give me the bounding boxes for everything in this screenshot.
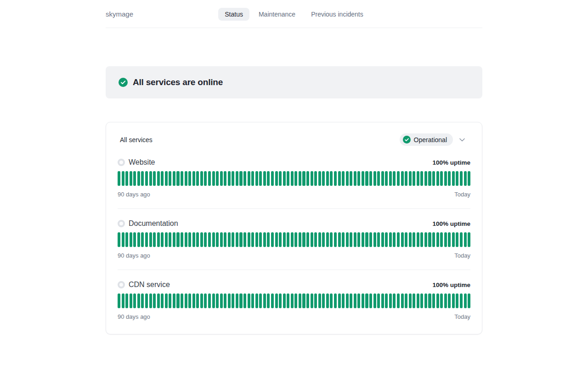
uptime-day-bar[interactable] xyxy=(468,171,470,186)
uptime-day-bar[interactable] xyxy=(302,232,305,247)
uptime-day-bar[interactable] xyxy=(362,232,364,247)
uptime-day-bar[interactable] xyxy=(413,232,415,247)
uptime-day-bar[interactable] xyxy=(330,293,333,308)
uptime-day-bar[interactable] xyxy=(306,232,309,247)
uptime-day-bar[interactable] xyxy=(130,171,132,186)
uptime-day-bar[interactable] xyxy=(389,232,392,247)
uptime-day-bar[interactable] xyxy=(428,293,431,308)
uptime-day-bar[interactable] xyxy=(137,293,140,308)
uptime-day-bar[interactable] xyxy=(133,293,136,308)
uptime-day-bar[interactable] xyxy=(444,293,447,308)
uptime-day-bar[interactable] xyxy=(460,293,463,308)
uptime-day-bar[interactable] xyxy=(330,171,333,186)
uptime-day-bar[interactable] xyxy=(228,293,231,308)
uptime-day-bar[interactable] xyxy=(220,293,223,308)
uptime-day-bar[interactable] xyxy=(149,171,152,186)
uptime-day-bar[interactable] xyxy=(130,232,132,247)
uptime-day-bar[interactable] xyxy=(141,232,144,247)
uptime-day-bar[interactable] xyxy=(354,171,356,186)
uptime-day-bar[interactable] xyxy=(236,293,238,308)
uptime-day-bar[interactable] xyxy=(200,293,203,308)
uptime-day-bar[interactable] xyxy=(420,293,423,308)
uptime-day-bar[interactable] xyxy=(141,293,144,308)
uptime-day-bar[interactable] xyxy=(397,293,400,308)
uptime-day-bar[interactable] xyxy=(263,171,266,186)
uptime-day-bar[interactable] xyxy=(311,232,313,247)
uptime-day-bar[interactable] xyxy=(224,293,226,308)
uptime-day-bar[interactable] xyxy=(326,232,329,247)
uptime-day-bar[interactable] xyxy=(224,232,226,247)
uptime-day-bar[interactable] xyxy=(393,171,396,186)
uptime-day-bar[interactable] xyxy=(259,293,262,308)
uptime-day-bar[interactable] xyxy=(141,171,144,186)
uptime-day-bar[interactable] xyxy=(291,232,294,247)
uptime-day-bar[interactable] xyxy=(196,232,199,247)
uptime-day-bar[interactable] xyxy=(204,293,207,308)
uptime-bar-chart[interactable] xyxy=(118,171,470,186)
uptime-day-bar[interactable] xyxy=(161,293,164,308)
uptime-day-bar[interactable] xyxy=(137,171,140,186)
uptime-day-bar[interactable] xyxy=(294,293,297,308)
uptime-day-bar[interactable] xyxy=(125,293,128,308)
uptime-day-bar[interactable] xyxy=(299,171,301,186)
uptime-day-bar[interactable] xyxy=(267,232,270,247)
uptime-day-bar[interactable] xyxy=(369,171,372,186)
uptime-day-bar[interactable] xyxy=(397,232,400,247)
uptime-day-bar[interactable] xyxy=(365,171,368,186)
uptime-day-bar[interactable] xyxy=(291,293,294,308)
uptime-day-bar[interactable] xyxy=(251,293,254,308)
uptime-day-bar[interactable] xyxy=(251,232,254,247)
uptime-bar-chart[interactable] xyxy=(118,232,470,247)
uptime-day-bar[interactable] xyxy=(417,232,419,247)
uptime-day-bar[interactable] xyxy=(377,171,380,186)
uptime-day-bar[interactable] xyxy=(259,171,262,186)
uptime-day-bar[interactable] xyxy=(432,171,435,186)
uptime-day-bar[interactable] xyxy=(145,293,148,308)
tab-status[interactable]: Status xyxy=(218,8,249,21)
uptime-day-bar[interactable] xyxy=(208,293,211,308)
uptime-day-bar[interactable] xyxy=(239,232,242,247)
uptime-day-bar[interactable] xyxy=(381,293,384,308)
uptime-day-bar[interactable] xyxy=(424,293,427,308)
uptime-day-bar[interactable] xyxy=(287,171,289,186)
uptime-day-bar[interactable] xyxy=(346,293,349,308)
uptime-day-bar[interactable] xyxy=(322,232,325,247)
uptime-day-bar[interactable] xyxy=(373,232,376,247)
uptime-day-bar[interactable] xyxy=(153,293,156,308)
uptime-day-bar[interactable] xyxy=(188,293,191,308)
uptime-day-bar[interactable] xyxy=(130,293,132,308)
uptime-day-bar[interactable] xyxy=(216,171,219,186)
uptime-day-bar[interactable] xyxy=(224,171,226,186)
uptime-day-bar[interactable] xyxy=(220,171,223,186)
uptime-day-bar[interactable] xyxy=(401,232,404,247)
uptime-day-bar[interactable] xyxy=(220,232,223,247)
uptime-day-bar[interactable] xyxy=(405,232,407,247)
uptime-day-bar[interactable] xyxy=(318,171,321,186)
uptime-day-bar[interactable] xyxy=(263,232,266,247)
uptime-day-bar[interactable] xyxy=(468,232,470,247)
uptime-day-bar[interactable] xyxy=(452,293,455,308)
uptime-day-bar[interactable] xyxy=(397,171,400,186)
uptime-day-bar[interactable] xyxy=(448,232,451,247)
uptime-day-bar[interactable] xyxy=(440,171,443,186)
uptime-day-bar[interactable] xyxy=(417,293,419,308)
uptime-day-bar[interactable] xyxy=(149,232,152,247)
uptime-day-bar[interactable] xyxy=(122,232,124,247)
uptime-day-bar[interactable] xyxy=(232,293,234,308)
uptime-day-bar[interactable] xyxy=(169,293,171,308)
uptime-day-bar[interactable] xyxy=(357,293,360,308)
uptime-day-bar[interactable] xyxy=(255,171,258,186)
uptime-day-bar[interactable] xyxy=(456,232,458,247)
uptime-day-bar[interactable] xyxy=(393,232,396,247)
uptime-day-bar[interactable] xyxy=(342,232,345,247)
uptime-day-bar[interactable] xyxy=(259,232,262,247)
uptime-day-bar[interactable] xyxy=(468,293,470,308)
uptime-day-bar[interactable] xyxy=(444,232,447,247)
uptime-day-bar[interactable] xyxy=(192,171,195,186)
uptime-day-bar[interactable] xyxy=(236,232,238,247)
uptime-day-bar[interactable] xyxy=(318,232,321,247)
uptime-day-bar[interactable] xyxy=(420,171,423,186)
uptime-day-bar[interactable] xyxy=(381,232,384,247)
uptime-day-bar[interactable] xyxy=(243,171,246,186)
uptime-day-bar[interactable] xyxy=(185,232,187,247)
